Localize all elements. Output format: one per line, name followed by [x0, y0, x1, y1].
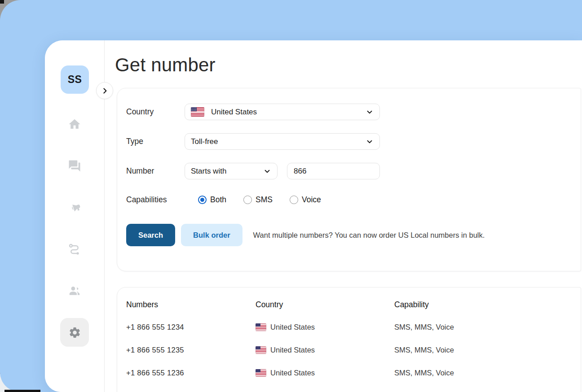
radio-both[interactable]: Both [198, 195, 226, 205]
cell-country-text: United States [270, 323, 315, 331]
gear-icon [68, 326, 81, 339]
chevron-down-icon [366, 138, 374, 146]
chevron-down-icon [263, 167, 271, 175]
cell-country: United States [256, 346, 394, 354]
number-input-wrap [287, 163, 380, 179]
radio-sms[interactable]: SMS [243, 195, 273, 205]
radio-circle-icon [290, 196, 298, 204]
bulk-order-helper-text: Want multiple numbers? You can now order… [253, 231, 485, 240]
actions-row: Search Bulk order Want multiple numbers?… [126, 224, 567, 246]
cell-number: +1 866 555 1235 [126, 346, 256, 354]
chevron-right-icon [101, 87, 109, 95]
page-title: Get number [115, 54, 216, 76]
app-window: SS Get number [45, 40, 582, 392]
cell-number: +1 866 555 1236 [126, 369, 256, 377]
radio-circle-icon [198, 196, 207, 204]
cell-country-text: United States [270, 346, 315, 354]
us-flag-icon [256, 323, 266, 331]
get-number-form: Country United States Type Toll-free Num… [117, 88, 581, 271]
us-flag-icon [256, 369, 266, 377]
country-select[interactable]: United States [185, 104, 380, 120]
us-flag-icon [256, 346, 266, 354]
table-row[interactable]: +1 866 555 1234 United States SMS, MMS, … [126, 316, 581, 339]
column-header-country: Country [256, 300, 394, 309]
sidebar: SS [45, 40, 105, 392]
sidebar-item-flows[interactable] [68, 243, 81, 256]
results-table: Numbers Country Capability +1 866 555 12… [117, 287, 581, 384]
backdrop-top-left-artifact [0, 0, 4, 4]
capabilities-radio-group: Both SMS Voice [198, 195, 321, 205]
backdrop-bottom-strip [4, 390, 40, 392]
column-header-capability: Capability [394, 300, 581, 309]
cell-country: United States [256, 369, 394, 377]
us-flag-icon [191, 107, 204, 117]
cell-country: United States [256, 323, 394, 331]
avatar[interactable]: SS [61, 65, 89, 94]
capabilities-row: Capabilities Both SMS Voice [126, 192, 567, 208]
capabilities-label: Capabilities [126, 195, 185, 205]
country-label: Country [126, 107, 185, 117]
type-select-value: Toll-free [191, 137, 218, 146]
column-header-numbers: Numbers [126, 300, 256, 309]
sidebar-item-settings[interactable] [60, 318, 89, 347]
bulk-order-button[interactable]: Bulk order [181, 224, 242, 246]
number-row: Number Starts with [126, 163, 567, 179]
radio-both-label: Both [210, 195, 226, 205]
cell-capability: SMS, MMS, Voice [394, 369, 581, 377]
chevron-down-icon [366, 108, 374, 116]
country-row: Country United States [126, 104, 567, 120]
radio-circle-icon [243, 196, 252, 204]
table-header-row: Numbers Country Capability [126, 300, 581, 309]
people-icon [68, 284, 81, 298]
main-content: Get number Country United States Type To… [105, 40, 582, 392]
number-condition-select[interactable]: Starts with [185, 163, 278, 179]
sidebar-item-conversations[interactable] [68, 159, 81, 173]
number-input[interactable] [294, 167, 373, 176]
megaphone-icon [66, 199, 83, 216]
sidebar-expand-button[interactable] [96, 82, 113, 99]
home-icon [68, 118, 81, 131]
route-icon [68, 243, 81, 256]
type-row: Type Toll-free [126, 133, 567, 150]
search-button[interactable]: Search [126, 224, 175, 246]
sidebar-item-contacts[interactable] [68, 284, 81, 298]
sidebar-item-home[interactable] [68, 118, 81, 131]
table-row[interactable]: +1 866 555 1235 United States SMS, MMS, … [126, 339, 581, 362]
cell-number: +1 866 555 1234 [126, 323, 256, 331]
sidebar-item-campaigns[interactable] [68, 201, 81, 214]
radio-voice[interactable]: Voice [290, 195, 321, 205]
cell-country-text: United States [270, 369, 315, 377]
cell-capability: SMS, MMS, Voice [394, 346, 581, 354]
table-row[interactable]: +1 866 555 1236 United States SMS, MMS, … [126, 362, 581, 384]
radio-sms-label: SMS [256, 195, 273, 205]
type-select[interactable]: Toll-free [185, 133, 380, 150]
country-select-value: United States [211, 108, 257, 117]
radio-voice-label: Voice [302, 195, 321, 205]
chat-icon [68, 159, 81, 173]
number-label: Number [126, 166, 185, 176]
number-condition-value: Starts with [191, 167, 226, 176]
type-label: Type [126, 137, 185, 146]
results-panel: Numbers Country Capability +1 866 555 12… [117, 287, 581, 392]
cell-capability: SMS, MMS, Voice [394, 323, 581, 331]
